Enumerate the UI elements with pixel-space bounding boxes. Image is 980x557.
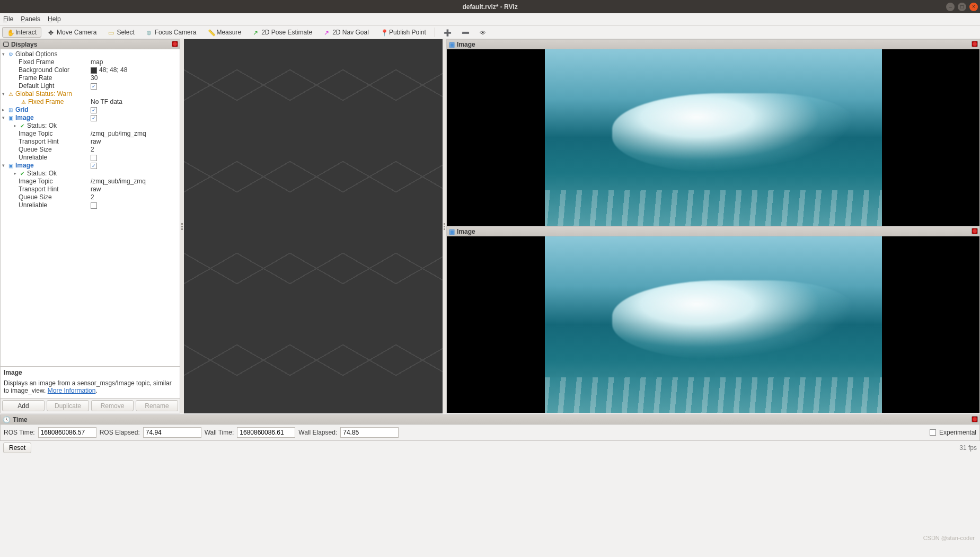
- expander-icon[interactable]: ▸: [1, 106, 6, 114]
- wave-surface: [545, 190, 882, 226]
- tree-grid[interactable]: ▸⊞Grid ✓: [1, 106, 180, 114]
- tool-2d-pose-estimate[interactable]: ↗2D Pose Estimate: [248, 27, 317, 38]
- tree-image2-transport[interactable]: Transport Hint raw: [1, 185, 180, 193]
- tree-image-2[interactable]: ▾▣Image ✓: [1, 162, 180, 170]
- minus-icon: ➖: [462, 29, 468, 36]
- reset-button[interactable]: Reset: [3, 443, 31, 453]
- wall-time-field[interactable]: [237, 427, 295, 438]
- maximize-button[interactable]: □: [958, 3, 966, 11]
- tool-select[interactable]: ▭Select: [103, 27, 139, 38]
- rename-button[interactable]: Rename: [136, 400, 178, 411]
- displays-tree[interactable]: ▾⚙Global Options Fixed Frame map Backgro…: [1, 49, 180, 366]
- tree-frame-rate[interactable]: Frame Rate 30: [1, 74, 180, 82]
- view-3d[interactable]: [184, 39, 443, 413]
- image-panels: ▣ Image ▣ Image: [446, 39, 980, 413]
- expander-icon[interactable]: ▾: [1, 114, 6, 122]
- tree-global-status[interactable]: ▾⚠Global Status: Warn: [1, 90, 180, 98]
- expander-icon[interactable]: ▾: [1, 90, 6, 98]
- expander-icon[interactable]: ▸: [12, 170, 17, 178]
- tool-eye[interactable]: 👁: [475, 27, 491, 38]
- tree-background-color[interactable]: Background Color 48; 48; 48: [1, 66, 180, 74]
- tool-plus[interactable]: ➕: [439, 27, 455, 38]
- tree-global-options[interactable]: ▾⚙Global Options: [1, 50, 180, 58]
- tree-image1-queue[interactable]: Queue Size 2: [1, 146, 180, 154]
- status-fixed-frame-value: No TF data: [91, 98, 122, 106]
- grid-label: Grid: [15, 106, 29, 114]
- menu-file[interactable]: File: [3, 15, 13, 23]
- panel-close-icon[interactable]: [172, 41, 178, 47]
- tool-focus-camera-label: Focus Camera: [155, 29, 197, 36]
- tool-minus[interactable]: ➖: [457, 27, 473, 38]
- duplicate-button[interactable]: Duplicate: [47, 400, 89, 411]
- frame-rate-value: 30: [91, 74, 98, 82]
- checkbox-icon[interactable]: [91, 155, 97, 161]
- tool-2d-nav-goal[interactable]: ↗2D Nav Goal: [319, 27, 374, 38]
- image-panel-2-header[interactable]: ▣ Image: [447, 227, 979, 236]
- image-icon: ▣: [7, 163, 14, 169]
- description-box: Image Displays an image from a sensor_ms…: [1, 366, 180, 398]
- close-button[interactable]: ×: [969, 3, 978, 11]
- add-button[interactable]: Add: [2, 400, 45, 411]
- tree-image-1[interactable]: ▾▣Image ✓: [1, 114, 180, 122]
- checkbox-icon[interactable]: ✓: [91, 107, 97, 113]
- time-panel-header[interactable]: 🕓 Time: [1, 415, 979, 425]
- tree-image2-status[interactable]: ▸✔Status: Ok: [1, 170, 180, 178]
- gear-icon: ⚙: [7, 51, 14, 58]
- tree-status-fixed-frame[interactable]: ⚠Fixed Frame No TF data: [1, 98, 180, 106]
- tree-fixed-frame[interactable]: Fixed Frame map: [1, 58, 180, 66]
- tool-publish-point[interactable]: 📍Publish Point: [376, 27, 431, 38]
- displays-panel-header[interactable]: 🖵 Displays: [1, 40, 180, 49]
- tool-move-camera-label: Move Camera: [57, 29, 96, 36]
- tree-image1-topic[interactable]: Image Topic /zmq_pub/img_zmq: [1, 130, 180, 138]
- image1-queue-label: Queue Size: [19, 146, 52, 154]
- tool-measure[interactable]: 📏Measure: [203, 27, 246, 38]
- remove-button[interactable]: Remove: [91, 400, 134, 411]
- tree-image2-topic[interactable]: Image Topic /zmq_sub/img_zmq: [1, 178, 180, 185]
- displays-panel-title: Displays: [11, 41, 37, 48]
- minimize-button[interactable]: –: [946, 3, 955, 11]
- image-icon: ▣: [449, 228, 455, 235]
- panel-close-icon[interactable]: [972, 416, 978, 422]
- tree-image2-unreliable[interactable]: Unreliable: [1, 201, 180, 209]
- checkbox-icon[interactable]: [91, 202, 97, 209]
- plus-icon: ➕: [444, 29, 450, 36]
- checkbox-icon[interactable]: ✓: [91, 115, 97, 121]
- panel-close-icon[interactable]: [972, 41, 978, 47]
- expander-icon[interactable]: ▾: [1, 162, 6, 170]
- tree-default-light[interactable]: Default Light ✓: [1, 82, 180, 90]
- tree-image1-status[interactable]: ▸✔Status: Ok: [1, 122, 180, 130]
- tool-focus-camera[interactable]: ⊕Focus Camera: [142, 27, 201, 38]
- tree-image1-transport[interactable]: Transport Hint raw: [1, 138, 180, 146]
- tool-move-camera[interactable]: ✥Move Camera: [43, 27, 101, 38]
- description-title: Image: [4, 369, 176, 376]
- arrow-pink-icon: ↗: [324, 29, 330, 36]
- image1-unreliable-label: Unreliable: [19, 154, 47, 162]
- tool-interact[interactable]: ✋Interact: [2, 27, 41, 38]
- menu-panels[interactable]: Panels: [21, 15, 40, 23]
- panel-close-icon[interactable]: [972, 228, 978, 234]
- checkbox-icon[interactable]: ✓: [91, 83, 97, 90]
- frame-rate-label: Frame Rate: [19, 74, 52, 82]
- time-panel-title: Time: [13, 416, 28, 423]
- warning-icon: ⚠: [20, 99, 27, 105]
- displays-panel: 🖵 Displays ▾⚙Global Options Fixed Frame …: [0, 39, 180, 413]
- tree-image2-queue[interactable]: Queue Size 2: [1, 193, 180, 201]
- grid-icon: ⊞: [7, 107, 14, 113]
- expander-icon[interactable]: ▾: [1, 50, 6, 58]
- more-information-link[interactable]: More Information: [48, 387, 96, 394]
- menu-help[interactable]: Help: [48, 15, 61, 23]
- ros-time-field[interactable]: [38, 427, 96, 438]
- expander-icon[interactable]: ▸: [12, 122, 17, 130]
- checkbox-icon[interactable]: ✓: [91, 163, 97, 169]
- experimental-checkbox[interactable]: [930, 429, 936, 436]
- tool-measure-label: Measure: [216, 29, 241, 36]
- tree-image1-unreliable[interactable]: Unreliable: [1, 154, 180, 162]
- color-swatch: [91, 67, 97, 74]
- ros-elapsed-field[interactable]: [143, 427, 201, 438]
- image1-transport-value: raw: [91, 138, 101, 146]
- splitter-right[interactable]: [443, 39, 446, 413]
- wall-elapsed-field[interactable]: [340, 427, 399, 438]
- image-panel-1-title: Image: [457, 41, 475, 48]
- image-panel-1-header[interactable]: ▣ Image: [447, 40, 979, 49]
- splitter-left[interactable]: [180, 39, 184, 413]
